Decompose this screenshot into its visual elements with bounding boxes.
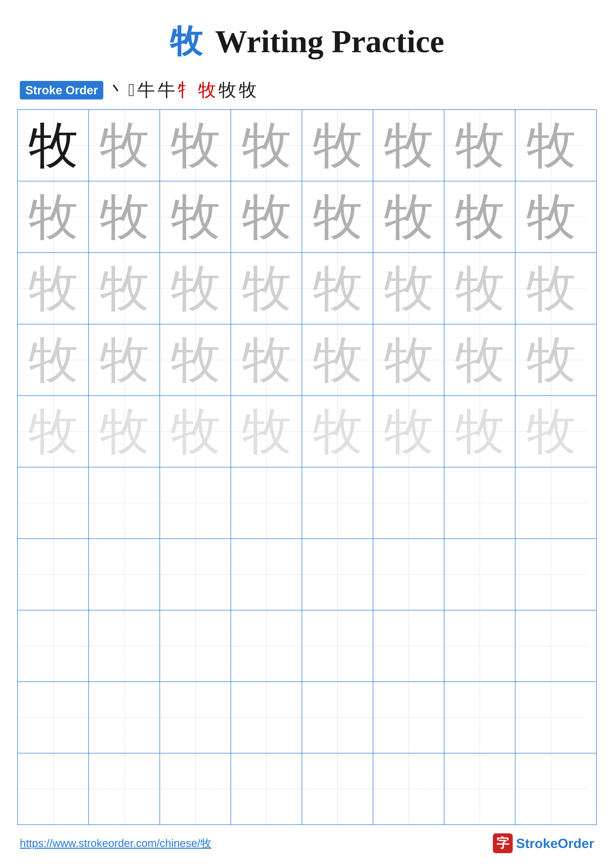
grid-cell[interactable]: 牧 xyxy=(373,324,445,395)
grid-cell[interactable]: 牧 xyxy=(160,396,231,467)
grid-cell[interactable] xyxy=(373,611,445,682)
grid-cell[interactable]: 牧 xyxy=(231,181,302,253)
grid-cell[interactable] xyxy=(373,682,445,753)
grid-cell[interactable]: 牧 xyxy=(445,253,515,324)
grid-cell[interactable] xyxy=(160,682,231,753)
grid-cell[interactable] xyxy=(373,467,445,538)
grid-cell[interactable]: 牧 xyxy=(515,110,586,181)
grid-cell[interactable] xyxy=(231,539,302,610)
grid-cell[interactable] xyxy=(18,467,89,538)
grid-cell[interactable]: 牧 xyxy=(373,253,445,324)
stroke-5: 牜 xyxy=(178,78,196,102)
grid-cell[interactable]: 牧 xyxy=(89,181,160,253)
grid-cell[interactable] xyxy=(445,682,515,753)
grid-row-6 xyxy=(18,467,596,539)
grid-cell[interactable] xyxy=(515,467,586,538)
grid-cell[interactable] xyxy=(160,611,231,682)
grid-cell[interactable] xyxy=(302,467,373,538)
practice-char: 牧 xyxy=(171,335,220,385)
grid-cell[interactable]: 牧 xyxy=(89,110,160,181)
grid-cell[interactable] xyxy=(445,753,515,825)
grid-cell[interactable]: 牧 xyxy=(18,110,89,181)
grid-cell[interactable] xyxy=(18,539,89,610)
grid-cell[interactable] xyxy=(231,682,302,753)
grid-cell[interactable]: 牧 xyxy=(445,324,515,395)
grid-cell[interactable] xyxy=(231,467,302,538)
grid-cell[interactable] xyxy=(89,682,160,753)
grid-cell[interactable]: 牧 xyxy=(373,181,445,253)
practice-char: 牧 xyxy=(455,192,505,242)
grid-cell[interactable] xyxy=(302,753,373,825)
grid-cell[interactable] xyxy=(373,753,445,825)
grid-cell[interactable]: 牧 xyxy=(302,253,373,324)
grid-cell[interactable] xyxy=(445,539,515,610)
grid-cell[interactable]: 牧 xyxy=(445,110,515,181)
grid-cell[interactable] xyxy=(160,753,231,825)
grid-cell[interactable] xyxy=(373,539,445,610)
grid-cell[interactable] xyxy=(302,539,373,610)
practice-char: 牧 xyxy=(28,192,78,242)
grid-cell[interactable]: 牧 xyxy=(160,253,231,324)
grid-cell[interactable] xyxy=(515,539,586,610)
grid-cell[interactable] xyxy=(18,753,89,825)
grid-cell[interactable] xyxy=(515,753,586,825)
grid-cell[interactable] xyxy=(231,753,302,825)
stroke-1: 丶 xyxy=(108,78,126,102)
grid-cell[interactable] xyxy=(302,682,373,753)
grid-cell[interactable]: 牧 xyxy=(18,253,89,324)
grid-cell[interactable]: 牧 xyxy=(445,396,515,467)
grid-cell[interactable] xyxy=(231,611,302,682)
grid-cell[interactable] xyxy=(89,467,160,538)
grid-cell[interactable] xyxy=(160,467,231,538)
grid-cell[interactable] xyxy=(18,682,89,753)
stroke-7: 牧 xyxy=(218,78,236,102)
practice-char: 牧 xyxy=(28,335,78,385)
grid-cell[interactable]: 牧 xyxy=(89,396,160,467)
stroke-4: 牛 xyxy=(157,78,176,102)
grid-cell[interactable] xyxy=(515,682,586,753)
grid-cell[interactable]: 牧 xyxy=(160,324,231,395)
grid-cell[interactable]: 牧 xyxy=(18,181,89,253)
practice-char: 牧 xyxy=(455,121,505,170)
practice-char: 牧 xyxy=(242,121,291,170)
grid-cell[interactable]: 牧 xyxy=(231,253,302,324)
grid-cell[interactable]: 牧 xyxy=(231,396,302,467)
grid-cell[interactable] xyxy=(18,611,89,682)
grid-cell[interactable] xyxy=(89,611,160,682)
grid-cell[interactable]: 牧 xyxy=(373,396,445,467)
grid-cell[interactable]: 牧 xyxy=(515,253,586,324)
stroke-sequence: 丶 𠃌 牛 牛 牜 牧 牧 牧 xyxy=(108,78,256,102)
grid-row-8 xyxy=(18,611,596,682)
grid-cell[interactable]: 牧 xyxy=(515,181,586,253)
grid-row-9 xyxy=(18,682,596,753)
grid-cell[interactable]: 牧 xyxy=(302,396,373,467)
grid-cell[interactable] xyxy=(302,611,373,682)
grid-cell[interactable] xyxy=(515,611,586,682)
grid-cell[interactable]: 牧 xyxy=(231,110,302,181)
grid-cell[interactable]: 牧 xyxy=(160,110,231,181)
footer-url[interactable]: https://www.strokeorder.com/chinese/牧 xyxy=(20,836,211,851)
grid-cell[interactable]: 牧 xyxy=(302,110,373,181)
grid-cell[interactable]: 牧 xyxy=(515,396,586,467)
practice-char: 牧 xyxy=(384,335,434,385)
grid-cell[interactable]: 牧 xyxy=(373,110,445,181)
practice-char: 牧 xyxy=(313,121,362,170)
practice-char: 牧 xyxy=(28,264,78,313)
grid-cell[interactable]: 牧 xyxy=(89,253,160,324)
grid-cell[interactable]: 牧 xyxy=(302,324,373,395)
grid-cell[interactable]: 牧 xyxy=(160,181,231,253)
grid-cell[interactable]: 牧 xyxy=(515,324,586,395)
practice-char: 牧 xyxy=(384,264,434,313)
grid-cell[interactable]: 牧 xyxy=(89,324,160,395)
stroke-3: 牛 xyxy=(137,78,155,102)
grid-cell[interactable]: 牧 xyxy=(302,181,373,253)
grid-cell[interactable]: 牧 xyxy=(445,181,515,253)
grid-cell[interactable]: 牧 xyxy=(231,324,302,395)
grid-cell[interactable] xyxy=(445,611,515,682)
grid-cell[interactable]: 牧 xyxy=(18,324,89,395)
grid-cell[interactable] xyxy=(445,467,515,538)
grid-cell[interactable] xyxy=(89,753,160,825)
grid-cell[interactable] xyxy=(89,539,160,610)
grid-cell[interactable] xyxy=(160,539,231,610)
grid-cell[interactable]: 牧 xyxy=(18,396,89,467)
